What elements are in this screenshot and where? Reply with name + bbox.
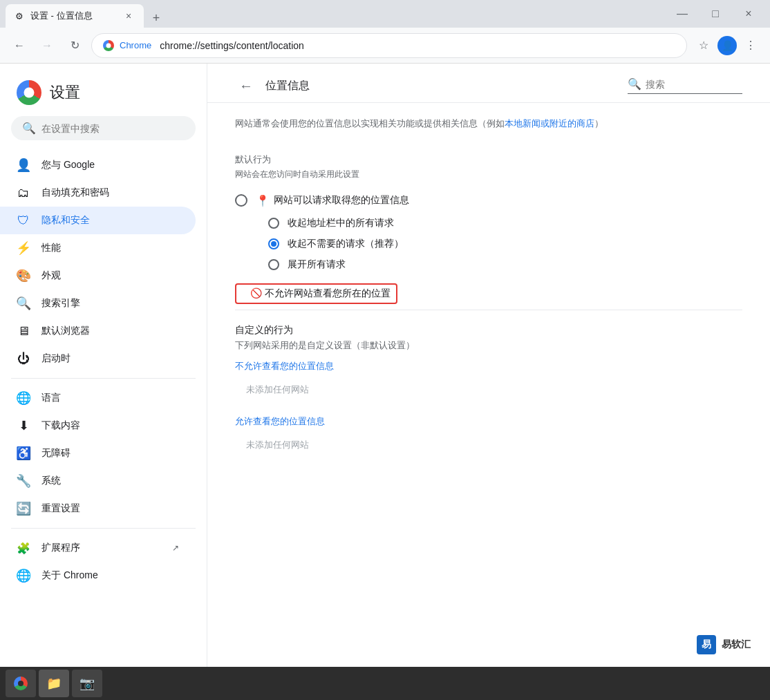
show-all-radio-circle[interactable] xyxy=(268,259,279,270)
appearance-icon: 🎨 xyxy=(17,269,30,283)
default-browser-icon: 🖥 xyxy=(17,324,30,338)
block-custom-link[interactable]: 不允许查看您的位置信息 xyxy=(235,360,742,372)
maximize-button[interactable]: □ xyxy=(699,3,731,25)
custom-section-subtitle: 下列网站采用的是自定义设置（非默认设置） xyxy=(235,339,742,352)
page-header: ← 位置信息 🔍 xyxy=(207,64,770,103)
system-icon: 🔧 xyxy=(17,474,30,488)
page-search-input[interactable] xyxy=(646,79,742,90)
window-controls: — □ × xyxy=(666,3,764,25)
default-behavior-section: 默认行为 网站会在您访问时自动采用此设置 📍 网站可以请求取得您的位置信息 收起… xyxy=(207,137,770,310)
description-text: 网站通常会使用您的位置信息以实现相关功能或提供相关信息（例如本地新闻或附近的商店… xyxy=(235,117,742,131)
tab-close-button[interactable]: × xyxy=(122,9,135,23)
sidebar-label-system: 系统 xyxy=(41,475,61,487)
new-tab-button[interactable]: + xyxy=(147,8,166,28)
address-input[interactable]: Chrome chrome://settings/content/locatio… xyxy=(91,33,687,58)
default-behavior-label: 默认行为 xyxy=(235,153,742,166)
page-header-left: ← 位置信息 xyxy=(235,75,310,97)
downloads-icon: ⬇ xyxy=(17,419,30,433)
page-back-button[interactable]: ← xyxy=(235,75,257,97)
block-location-option[interactable]: 🚫 不允许网站查看您所在的位置 xyxy=(235,283,397,304)
allow-location-option[interactable]: 📍 网站可以请求取得您的位置信息 xyxy=(235,189,742,213)
address-bar: ← → ↻ Chrome chrome://settings/content/l… xyxy=(0,28,770,64)
allow-radio-circle[interactable] xyxy=(235,194,247,207)
autofill-icon: 🗂 xyxy=(17,186,30,200)
allow-empty-state: 未添加任何网站 xyxy=(235,433,742,457)
settings-search-box[interactable]: 🔍 xyxy=(11,116,196,140)
allow-custom-link[interactable]: 允许查看您的位置信息 xyxy=(235,415,742,428)
sidebar-item-extensions[interactable]: 🧩 扩展程序 ↗ xyxy=(0,534,196,562)
sidebar-label-appearance: 外观 xyxy=(41,269,61,282)
settings-main: ← 位置信息 🔍 网站通常会使用您的位置信息以实现相关功能或提供相关信息（例如本… xyxy=(207,64,770,667)
browser-content: 设置 🔍 👤 您与 Google 🗂 自动填充和密码 🛡 隐私和安全 xyxy=(0,64,770,667)
performance-icon: ⚡ xyxy=(17,241,30,255)
close-button[interactable]: × xyxy=(733,3,764,25)
back-button[interactable]: ← xyxy=(8,35,30,57)
active-tab[interactable]: ⚙ 设置 - 位置信息 × xyxy=(6,4,144,28)
sidebar-label-performance: 性能 xyxy=(41,242,61,254)
sidebar-item-google[interactable]: 👤 您与 Google xyxy=(0,151,196,179)
reload-button[interactable]: ↻ xyxy=(64,35,86,57)
sidebar-item-performance[interactable]: ⚡ 性能 xyxy=(0,234,196,262)
about-icon: 🌐 xyxy=(17,569,30,583)
language-icon: 🌐 xyxy=(17,391,30,405)
sidebar-item-language[interactable]: 🌐 语言 xyxy=(0,384,196,412)
taskbar-item-2[interactable]: 📁 xyxy=(39,670,69,697)
privacy-icon: 🛡 xyxy=(17,214,30,227)
sidebar-label-accessibility: 无障碍 xyxy=(41,447,71,460)
reset-icon: 🔄 xyxy=(17,502,30,515)
sidebar-label-autofill: 自动填充和密码 xyxy=(41,187,109,199)
sidebar-item-system[interactable]: 🔧 系统 xyxy=(0,467,196,495)
url-text: chrome://settings/content/location xyxy=(160,40,675,51)
hide-unnecessary-radio-circle[interactable] xyxy=(268,238,279,249)
search-icon: 🔍 xyxy=(22,122,36,135)
hide-unnecessary-requests-option[interactable]: 收起不需要的请求（推荐） xyxy=(268,234,742,254)
browser-window: ⚙ 设置 - 位置信息 × + — □ × ← → ↻ Chrome chrom… xyxy=(0,0,770,700)
settings-title: 设置 xyxy=(50,82,80,103)
chrome-logo xyxy=(17,80,41,105)
location-icon: 📍 xyxy=(256,194,270,207)
sidebar-divider xyxy=(11,378,196,379)
hide-all-requests-option[interactable]: 收起地址栏中的所有请求 xyxy=(268,213,742,234)
sidebar-item-accessibility[interactable]: ♿ 无障碍 xyxy=(0,439,196,467)
tab-favicon: ⚙ xyxy=(14,10,25,21)
bookmark-button[interactable]: ☆ xyxy=(693,35,715,57)
page-search-box[interactable]: 🔍 xyxy=(628,77,742,94)
sidebar-label-privacy: 隐私和安全 xyxy=(41,214,90,227)
block-custom-group: 不允许查看您的位置信息 未添加任何网站 xyxy=(235,360,742,401)
allow-location-label: 📍 网站可以请求取得您的位置信息 xyxy=(256,194,409,207)
sidebar-item-search[interactable]: 🔍 搜索引擎 xyxy=(0,290,196,317)
settings-header: 设置 xyxy=(0,75,207,116)
sidebar-item-about[interactable]: 🌐 关于 Chrome xyxy=(0,562,196,589)
address-bar-actions: ☆ 👤 ⋮ xyxy=(693,35,762,57)
hide-all-radio-circle[interactable] xyxy=(268,218,279,229)
description-link[interactable]: 本地新闻或附近的商店 xyxy=(505,118,594,129)
forward-button[interactable]: → xyxy=(36,35,58,57)
startup-icon: ⏻ xyxy=(17,352,30,366)
sidebar-label-google: 您与 Google xyxy=(41,159,95,171)
show-all-requests-option[interactable]: 展开所有请求 xyxy=(268,254,742,275)
sub-radio-group: 收起地址栏中的所有请求 收起不需要的请求（推荐） 展开所有请求 xyxy=(268,213,742,275)
minimize-button[interactable]: — xyxy=(666,3,698,25)
sidebar-item-reset[interactable]: 🔄 重置设置 xyxy=(0,495,196,522)
profile-button[interactable]: 👤 xyxy=(717,36,737,55)
page-title: 位置信息 xyxy=(265,79,310,93)
sidebar-item-downloads[interactable]: ⬇ 下载内容 xyxy=(0,412,196,439)
show-all-label: 展开所有请求 xyxy=(288,258,346,271)
sidebar-item-appearance[interactable]: 🎨 外观 xyxy=(0,262,196,290)
block-location-icon: 🚫 xyxy=(250,287,262,299)
menu-button[interactable]: ⋮ xyxy=(740,35,762,57)
sidebar-label-language: 语言 xyxy=(41,392,61,404)
google-icon: 👤 xyxy=(17,158,30,172)
sidebar-item-default-browser[interactable]: 🖥 默认浏览器 xyxy=(0,317,196,345)
sidebar-item-startup[interactable]: ⏻ 启动时 xyxy=(0,345,196,372)
addr-brand-label: Chrome xyxy=(120,40,151,50)
sidebar-label-about: 关于 Chrome xyxy=(41,569,98,582)
extensions-label: 扩展程序 xyxy=(41,542,161,554)
sidebar-item-privacy[interactable]: 🛡 隐私和安全 xyxy=(0,207,196,234)
external-link-icon: ↗ xyxy=(172,543,179,553)
sidebar-label-search: 搜索引擎 xyxy=(41,297,80,310)
sidebar-item-autofill[interactable]: 🗂 自动填充和密码 xyxy=(0,179,196,207)
taskbar-item-3[interactable]: 📷 xyxy=(72,670,102,697)
taskbar-item-1[interactable] xyxy=(6,670,36,697)
settings-search-input[interactable] xyxy=(41,123,185,134)
